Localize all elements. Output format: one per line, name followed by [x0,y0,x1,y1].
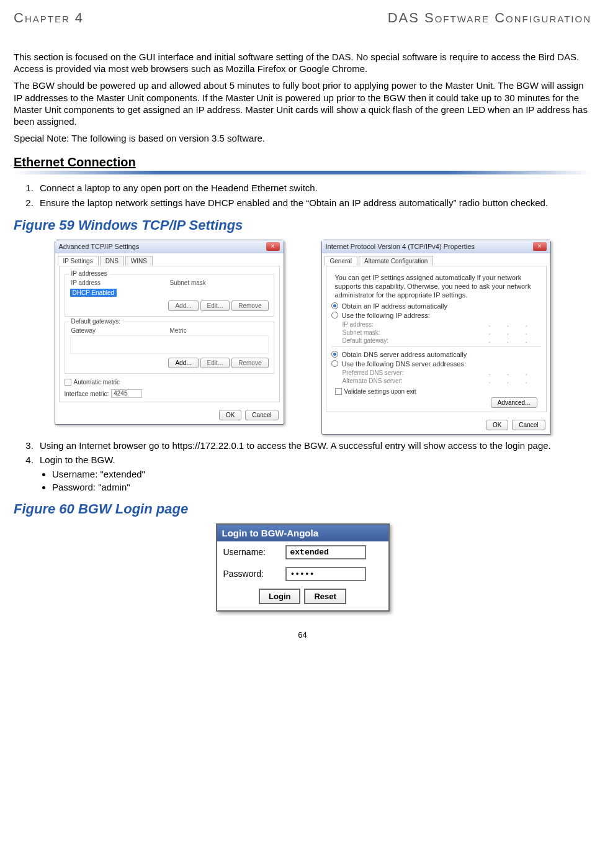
field-label: Interface metric: [65,391,109,397]
field-label: Default gateway: [343,337,389,344]
login-title: Login to BGW-Angola [217,525,388,541]
field-label: Alternate DNS server: [343,377,403,384]
page-number: 64 [14,630,591,640]
col-header: Metric [170,327,269,334]
edit-button[interactable]: Edit... [200,358,230,368]
tab-ip-settings[interactable]: IP Settings [58,256,99,266]
chapter-label: Chapter 4 [14,10,84,26]
reset-button[interactable]: Reset [304,589,346,604]
checkbox-label: Automatic metric [74,379,120,386]
password-input[interactable]: ••••• [285,567,366,581]
step: Connect a laptop to any open port on the… [36,182,591,194]
dialog-advanced-tcpip: Advanced TCP/IP Settings × IP Settings D… [55,240,284,425]
paragraph: This section is focused on the GUI inter… [14,51,591,75]
close-icon[interactable]: × [266,242,280,251]
tab-general[interactable]: General [325,256,358,266]
alt-dns-field: . . . [489,377,535,384]
close-icon[interactable]: × [533,242,547,251]
checkbox-icon[interactable] [335,388,342,395]
advanced-button[interactable]: Advanced... [491,397,537,408]
col-header: Gateway [71,327,170,334]
edit-button[interactable]: Edit... [200,301,230,311]
radio-icon[interactable] [331,360,338,367]
paragraph: The BGW should be powered up and allowed… [14,79,591,127]
section-rule [14,171,591,174]
radio-label: Obtain DNS server address automatically [342,351,467,358]
field-label: Subnet mask: [343,329,380,336]
group-label: Default gateways: [69,318,123,325]
ok-button[interactable]: OK [486,420,508,430]
radio-label: Obtain an IP address automatically [342,302,447,310]
ip-field: . . . [489,321,535,328]
tab-wins[interactable]: WINS [125,256,153,266]
remove-button[interactable]: Remove [231,301,268,311]
dhcp-enabled-badge: DHCP Enabled [70,289,117,297]
username-label: Username: [223,547,280,557]
pref-dns-field: . . . [489,369,535,376]
dialog-ipv4-properties: Internet Protocol Version 4 (TCP/IPv4) P… [321,240,551,434]
interface-metric-input[interactable]: 4245 [111,389,142,398]
radio-icon[interactable] [331,302,338,309]
group-label: IP addresses [69,270,110,277]
radio-label: Use the following IP address: [342,312,430,319]
tab-alternate[interactable]: Alternate Configuration [359,256,433,266]
cancel-button[interactable]: Cancel [245,410,278,420]
intro-text: You can get IP settings assigned automat… [335,274,537,299]
bgw-login-dialog: Login to BGW-Angola Username: extended P… [216,523,390,612]
dialog-title: Advanced TCP/IP Settings [59,243,140,250]
field-label: Preferred DNS server: [343,369,404,376]
checkbox-icon[interactable] [65,379,71,386]
bullet: Password: "admin" [52,482,591,492]
ok-button[interactable]: OK [219,410,241,420]
radio-label: Use the following DNS server addresses: [342,360,467,368]
add-button[interactable]: Add... [168,301,198,311]
section-heading: Ethernet Connection [14,155,591,170]
step: Ensure the laptop network settings have … [36,197,591,209]
figure-caption: Figure 60 BGW Login page [14,501,591,517]
radio-icon[interactable] [331,351,338,358]
username-input[interactable]: extended [285,545,366,559]
col-header: Subnet mask [170,279,269,286]
radio-icon[interactable] [331,312,338,319]
cancel-button[interactable]: Cancel [512,420,545,430]
field-label: IP address: [343,321,374,328]
step: Using an Internet browser go to https://… [36,440,591,452]
chapter-title: DAS Software Configuration [388,10,591,26]
figure-caption: Figure 59 Windows TCP/IP Settings [14,217,591,233]
add-button[interactable]: Add... [168,358,198,368]
tab-dns[interactable]: DNS [100,256,124,266]
password-label: Password: [223,569,280,579]
mask-field: . . . [489,329,535,336]
checkbox-label: Validate settings upon exit [344,388,416,395]
bullet: Username: "extended" [52,469,591,479]
col-header: IP address [71,279,170,286]
remove-button[interactable]: Remove [231,358,268,368]
empty-list [70,335,269,354]
login-button[interactable]: Login [259,589,300,604]
dialog-title: Internet Protocol Version 4 (TCP/IPv4) P… [326,243,475,250]
gateway-field: . . . [489,337,535,344]
paragraph: Special Note: The following is based on … [14,132,591,144]
step: Login to the BGW. [36,454,591,466]
